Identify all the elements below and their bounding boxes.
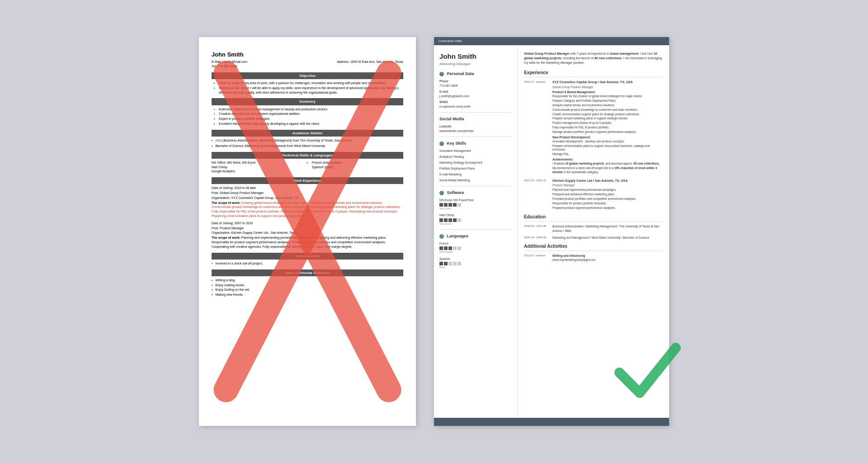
additional-entry-0: 2012-01 - present Writing and Influencin…	[524, 254, 663, 262]
exp-org-0: XYZ Cosmetics Capital Group / San Antoni…	[552, 80, 663, 85]
key-skills-title: Key Skills	[439, 141, 512, 146]
exp-content-0: XYZ Cosmetics Capital Group / San Antoni…	[552, 80, 663, 175]
exp-entry-0: 2010-12 - present XYZ Cosmetics Capital …	[524, 80, 663, 175]
subsection-0-1: New Product Development:	[552, 135, 663, 139]
exp-content-1: Kitchen Supply Center Ltd / San Antonio,…	[552, 179, 663, 211]
cv-main: Global Group Product Manager with 7 year…	[518, 45, 669, 418]
linkedin-label: LinkedIn	[439, 124, 512, 128]
cv-intro: Global Group Product Manager with 7 year…	[524, 52, 663, 66]
right-name: John Smith	[439, 52, 512, 61]
email-label: E-mail	[439, 90, 512, 94]
objective-list: To be an expert in my area of work, with…	[212, 81, 403, 94]
lang-bar-1	[439, 262, 512, 265]
subsection-0-2: Achievements:	[552, 157, 663, 161]
lang-item-1: Spanish Basic	[439, 257, 512, 269]
summary-list: Extensive experience in brand management…	[212, 107, 403, 126]
work-entry-1: Date of Joining: 2007 to 2010 Post: Prod…	[212, 221, 403, 249]
skills-divider: •	[303, 161, 312, 174]
edu-dates-0: 2005-09 - 2007-05	[524, 224, 549, 232]
left-contact-right: Address: 1905 W East Ave, San Antonio, T…	[337, 60, 403, 69]
left-contact: E-Mail: j.smith@mail.com Tel: 774-987-40…	[212, 60, 403, 69]
achievement-bullet-1: My involvement in a stock sell-off proje…	[552, 166, 663, 175]
software-item-1: Mail Chimp Very Good	[439, 213, 512, 226]
academic-item-1: Bachelor of Science (Marketing and Manag…	[212, 144, 403, 148]
email-value: j.smith@uptowork.com	[439, 94, 512, 98]
languages-title: Languages	[439, 233, 512, 239]
bar-0-4	[453, 203, 457, 207]
work-entry-0: Date of Joining: 2010 to till date Post:…	[212, 186, 403, 218]
personal-dot	[439, 72, 444, 76]
bar-1-4	[453, 218, 457, 222]
subsection-0-0: Product & Brand Management:	[552, 90, 663, 94]
achievement-0: Involved in a stock sell-off project.	[212, 261, 403, 266]
experience-title: Experience	[524, 70, 663, 77]
extra-3: Making new friends.	[212, 293, 403, 297]
bar-0-2	[444, 203, 448, 207]
additional-title: Additional Activities	[524, 243, 663, 251]
www-label: WWW	[439, 100, 512, 104]
phone-label: Phone	[439, 79, 512, 83]
edu-content-0: Business Administration / Marketing Mana…	[552, 224, 663, 232]
edu-dates-1: 2000-10 - 2004-05	[524, 236, 549, 240]
summary-header: Summary	[212, 98, 403, 105]
lang-dot	[439, 234, 444, 239]
social-title: Social Media	[439, 116, 512, 122]
left-contact-left: E-Mail: j.smith@mail.com Tel: 774-987-40…	[212, 60, 247, 69]
edu-entry-0: 2005-09 - 2007-05 Business Administratio…	[524, 224, 663, 232]
personal-data-title: Personal Data	[439, 71, 512, 77]
bar-1-5	[458, 218, 461, 222]
work-header: Work Experience	[212, 177, 403, 184]
linkedin-value: www.linkedin.com/johnutw	[439, 129, 512, 133]
bar-1-1	[439, 218, 443, 222]
sidebar-divider-2	[439, 137, 512, 137]
achievement-bullet-0: I finalized 10 global marketing projects…	[552, 162, 663, 166]
exp-entry-1: 2007-09 - 2010-11 Kitchen Supply Center …	[524, 179, 663, 211]
skills-right: French (intermediate) Spanish (basic)	[312, 161, 403, 174]
cv-sidebar: John Smith Marketing Manager Personal Da…	[434, 45, 518, 418]
skills-left: MS Office: MS Word, MS Excel Mail Chimp …	[212, 161, 303, 174]
lang-item-0: French Intermediate	[439, 241, 512, 254]
extra-header: Extra Curricular Activities	[212, 269, 403, 276]
technical-header: Technical Skills & Languages	[212, 152, 403, 159]
software-dot	[439, 191, 444, 195]
cv-header-bar: Curriculum Vitae	[434, 37, 669, 45]
extra-0: Writing a blog.	[212, 278, 403, 283]
exp-role-0: Global Group Product Manager	[552, 85, 663, 89]
sidebar-divider-1	[439, 112, 512, 113]
www-value: cv.uptowork.com/j.smith	[439, 104, 512, 109]
skills-dot	[439, 142, 444, 146]
exp-role-1: Product Manager	[552, 183, 663, 187]
bar-1-2	[444, 218, 448, 222]
cv-body: John Smith Marketing Manager Personal Da…	[434, 45, 669, 418]
resume-comparison: John Smith E-Mail: j.smith@mail.com Tel:…	[181, 19, 687, 444]
right-title: Marketing Manager	[439, 61, 512, 66]
software-item-0: MS Excel, MS PowerPoint Very Good	[439, 198, 512, 211]
left-resume: John Smith E-Mail: j.smith@mail.com Tel:…	[199, 37, 416, 426]
phone-value: 774-987-4009	[439, 84, 512, 88]
software-bar-1	[439, 218, 512, 222]
achievements-header: Achievements	[212, 253, 403, 260]
sidebar-divider-4	[439, 229, 512, 230]
left-name: John Smith	[212, 51, 403, 59]
bar-0-3	[448, 203, 452, 207]
edu-content-1: Marketing and Management / West Miami Un…	[552, 236, 663, 240]
additional-content-0: Writing and Influencing www.mymarketingc…	[552, 254, 595, 262]
exp-dates-0: 2010-12 - present	[524, 80, 549, 175]
bar-0-5	[458, 203, 461, 207]
software-title: Software	[439, 190, 512, 196]
sidebar-divider-3	[439, 186, 512, 186]
extra-1: Enjoy reading books.	[212, 283, 403, 288]
academic-item-0: MBA (Business Administration, Marketing …	[212, 138, 403, 143]
exp-dates-1: 2007-09 - 2010-11	[524, 179, 549, 211]
right-resume: Curriculum Vitae John Smith Marketing Ma…	[434, 37, 669, 426]
software-bar-0	[439, 203, 512, 207]
exp-org-1: Kitchen Supply Center Ltd / San Antonio,…	[552, 179, 663, 183]
extra-2: Enjoy Surfing on the net.	[212, 288, 403, 292]
education-title: Education	[524, 214, 663, 222]
skills-grid: MS Office: MS Word, MS Excel Mail Chimp …	[212, 161, 403, 174]
bar-0-1	[439, 203, 443, 207]
lang-bar-0	[439, 246, 512, 250]
objective-header: Objective	[212, 72, 403, 79]
academic-header: Academic Details	[212, 130, 403, 137]
bar-1-3	[448, 218, 452, 222]
